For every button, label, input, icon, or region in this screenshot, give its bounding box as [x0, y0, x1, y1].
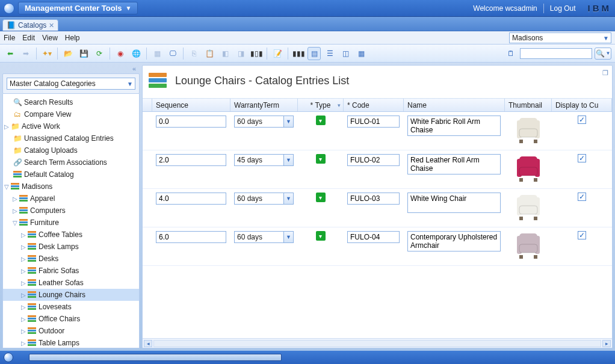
- row-selector[interactable]: [143, 154, 152, 185]
- open-button[interactable]: 📂: [61, 47, 75, 60]
- expand-icon[interactable]: ▷: [20, 316, 27, 322]
- back-button[interactable]: ⬅: [4, 47, 17, 60]
- caret-down-icon[interactable]: ▼: [283, 232, 293, 242]
- select-all-button[interactable]: ▦: [150, 47, 164, 60]
- display-checkbox[interactable]: ✓: [578, 193, 586, 201]
- detail-view-button[interactable]: ▤: [308, 47, 321, 60]
- expand-icon[interactable]: ▷: [20, 232, 27, 238]
- column-header-name[interactable]: Name: [404, 99, 505, 111]
- thumbnail-image[interactable]: [513, 193, 543, 223]
- display-checkbox[interactable]: ✓: [578, 154, 586, 162]
- forward-button[interactable]: ➡: [19, 47, 32, 60]
- table-row[interactable]: 45 days▼▾Red Leather Roll Arm Chaise✓: [143, 150, 612, 189]
- menu-file[interactable]: File: [4, 34, 15, 42]
- collapse-icon[interactable]: ▽: [11, 220, 19, 226]
- tool-a-button[interactable]: ◧: [218, 47, 232, 60]
- collapse-icon[interactable]: ▽: [3, 184, 10, 190]
- table-row[interactable]: 60 days▼▾White Fabric Roll Arm Chaise✓: [143, 112, 612, 150]
- thumbnail-image[interactable]: [513, 154, 543, 184]
- thumbnail-image[interactable]: [513, 116, 543, 146]
- sequence-input[interactable]: [156, 116, 226, 128]
- tree-node-unassigned[interactable]: 📁 Unassigned Catalog Entries: [3, 132, 139, 144]
- sequence-input[interactable]: [156, 231, 226, 243]
- column-header-type[interactable]: * Type▾: [298, 99, 344, 111]
- scroll-left-icon[interactable]: ◂: [144, 340, 152, 347]
- code-input[interactable]: [347, 154, 400, 166]
- menu-help[interactable]: Help: [65, 34, 80, 42]
- refresh-button[interactable]: ⟳: [93, 47, 106, 60]
- search-input[interactable]: [520, 48, 592, 59]
- barcode-button[interactable]: ▮▮▮: [292, 47, 305, 60]
- sidebar-collapse-button[interactable]: «: [2, 65, 140, 73]
- tree-node-desks[interactable]: ▷ Desks: [3, 253, 139, 265]
- horizontal-scrollbar[interactable]: ◂ ▸: [143, 338, 612, 348]
- menu-view[interactable]: View: [42, 34, 58, 42]
- tool-b-button[interactable]: ◨: [234, 47, 247, 60]
- sequence-input[interactable]: [156, 154, 226, 166]
- row-selector[interactable]: [143, 231, 152, 262]
- caret-down-icon[interactable]: ▼: [283, 193, 293, 204]
- management-center-tools-menu[interactable]: Management Center Tools ▼: [18, 2, 138, 14]
- expand-icon[interactable]: ▷: [20, 304, 27, 310]
- search-scope-icon[interactable]: 🗒: [504, 47, 518, 60]
- tree-node-fabric-sofas[interactable]: ▷ Fabric Sofas: [3, 265, 139, 277]
- store-selector[interactable]: Madisons ▼: [509, 32, 611, 43]
- row-selector[interactable]: [143, 116, 152, 146]
- column-header-display[interactable]: Display to Cu: [552, 99, 612, 111]
- name-input[interactable]: White Fabric Roll Arm Chaise: [407, 116, 501, 136]
- new-button[interactable]: ✦▾: [40, 47, 54, 60]
- app-tab-catalogs[interactable]: 📘 Catalogs ✕: [2, 19, 58, 31]
- tree-node-office-chairs[interactable]: ▷ Office Chairs: [3, 313, 139, 325]
- caret-down-icon[interactable]: ▼: [283, 155, 293, 165]
- tree-node-computers[interactable]: ▷ Computers: [3, 205, 139, 217]
- row-selector[interactable]: [143, 193, 152, 223]
- copy-button[interactable]: ⎘: [187, 47, 200, 60]
- column-header-warranty[interactable]: WarrantyTerm: [230, 99, 298, 111]
- search-button[interactable]: 🔍▼: [595, 48, 611, 60]
- grid-view-button[interactable]: ▦: [354, 47, 368, 60]
- scroll-track[interactable]: [153, 340, 601, 347]
- tree-node-default-catalog[interactable]: Default Catalog: [3, 168, 139, 180]
- tree-node-compare-view[interactable]: 🗂 Compare View: [3, 108, 139, 120]
- tree-node-loveseats[interactable]: ▷ Loveseats: [3, 301, 139, 313]
- name-input[interactable]: White Wing Chair: [407, 193, 501, 213]
- tree-node-search-term-assoc[interactable]: 🔗 Search Term Associations: [3, 156, 139, 168]
- table-row[interactable]: 60 days▼▾Contemporary Upholstered Armcha…: [143, 227, 612, 266]
- table-row[interactable]: 60 days▼▾White Wing Chair✓: [143, 189, 612, 227]
- logout-link[interactable]: Log Out: [550, 4, 576, 13]
- warranty-combo[interactable]: 60 days▼: [234, 116, 294, 128]
- tree-node-table-lamps[interactable]: ▷ Table Lamps: [3, 337, 139, 348]
- tree-node-leather-sofas[interactable]: ▷ Leather Sofas: [3, 277, 139, 289]
- tree-node-lounge-chairs[interactable]: ▷ Lounge Chairs: [3, 289, 139, 301]
- globe-button[interactable]: 🌐: [129, 47, 143, 60]
- name-input[interactable]: Contemporary Upholstered Armchair: [407, 231, 501, 251]
- expand-icon[interactable]: ▷: [11, 196, 19, 202]
- list-view-button[interactable]: ☰: [323, 47, 336, 60]
- expand-icon[interactable]: ▷: [20, 244, 27, 250]
- tree-node-catalog-uploads[interactable]: 📁 Catalog Uploads: [3, 144, 139, 156]
- expand-icon[interactable]: ▷: [11, 208, 19, 214]
- tree-node-furniture[interactable]: ▽ Furniture: [3, 217, 139, 229]
- stop-button[interactable]: ◉: [114, 47, 127, 60]
- warranty-combo[interactable]: 60 days▼: [234, 231, 294, 243]
- tree-node-apparel[interactable]: ▷ Apparel: [3, 193, 139, 205]
- properties-button[interactable]: 📝: [271, 47, 284, 60]
- expand-icon[interactable]: ▷: [3, 123, 10, 130]
- barcode-tool-button[interactable]: ▮▯▮: [250, 47, 263, 60]
- name-input[interactable]: Red Leather Roll Arm Chaise: [407, 154, 501, 174]
- catalog-filter-combo[interactable]: Master Catalog Categories ▼: [7, 78, 135, 90]
- caret-down-icon[interactable]: ▼: [283, 116, 293, 127]
- tree-node-desk-lamps[interactable]: ▷ Desk Lamps: [3, 241, 139, 253]
- save-button[interactable]: 💾: [77, 47, 90, 60]
- expand-icon[interactable]: ▷: [20, 328, 27, 335]
- column-header-code[interactable]: * Code: [344, 99, 404, 111]
- split-view-button[interactable]: ◫: [339, 47, 352, 60]
- warranty-combo[interactable]: 60 days▼: [234, 193, 294, 205]
- expand-icon[interactable]: ▷: [20, 292, 27, 298]
- code-input[interactable]: [347, 231, 400, 243]
- tree-node-active-work[interactable]: ▷ 📁 Active Work: [3, 120, 139, 132]
- expand-icon[interactable]: ▷: [20, 268, 27, 274]
- expand-icon[interactable]: ▷: [20, 340, 27, 347]
- sort-icon[interactable]: ▾: [338, 102, 341, 108]
- expand-icon[interactable]: ▷: [20, 256, 27, 262]
